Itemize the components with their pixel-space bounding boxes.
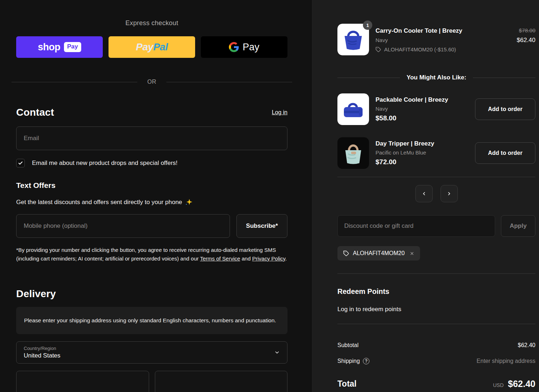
google-g-icon [229, 42, 239, 52]
carousel-next-button[interactable] [441, 185, 458, 202]
sms-disclaimer: *By providing your number and clicking t… [16, 246, 287, 263]
or-divider: OR [11, 79, 292, 85]
discount-code-row: Apply [337, 215, 535, 237]
tag-icon [343, 250, 349, 257]
redeem-points-section: Redeem Points Log in to redeem points [337, 287, 535, 313]
country-select[interactable]: Country/Region United States [16, 341, 287, 364]
login-link[interactable]: Log in [272, 109, 287, 116]
remove-discount-button[interactable] [410, 251, 414, 256]
gpay-label: Pay [243, 42, 259, 53]
subscribe-button[interactable]: Subscribe* [236, 214, 287, 238]
upsell-title: You Might Also Like: [400, 74, 473, 81]
upsell-item-image [337, 93, 369, 125]
add-to-order-button[interactable]: Add to order [475, 142, 535, 164]
total-row: Total USD $62.40 [337, 379, 535, 389]
first-name-field[interactable] [16, 371, 149, 392]
upsell-item-price: $58.00 [376, 114, 448, 122]
applied-discount-code: ALOHAFIT4MOM20 [353, 250, 405, 257]
divider [337, 324, 535, 324]
shop-pay-button[interactable]: shop Pay [16, 36, 103, 58]
shipping-value: Enter shipping address [476, 358, 535, 364]
cart-item-title: Carry-On Cooler Tote | Breezy [376, 27, 462, 34]
express-checkout-label: Express checkout [16, 19, 287, 27]
checkout-form-panel: Express checkout shop Pay PayPal Pay OR [0, 0, 311, 392]
divider [337, 273, 535, 274]
upsell-item-variant: Navy [376, 106, 448, 112]
close-icon [410, 251, 414, 256]
newsletter-checkbox[interactable] [16, 159, 25, 167]
totals-section: Subtotal $62.40 Shipping ? Enter shippin… [337, 342, 535, 389]
text-offers-section: Text Offers Get the latest discounts and… [16, 181, 287, 263]
cart-item-discount: ALOHAFIT4MOM20 (-$15.60) [384, 46, 456, 52]
cart-item-current-price: $62.40 [517, 37, 535, 44]
privacy-policy-link[interactable]: Privacy Policy [252, 255, 285, 262]
country-select-label: Country/Region [24, 346, 60, 351]
shipping-label: Shipping [337, 358, 360, 364]
country-select-value: United States [24, 352, 60, 359]
express-checkout-buttons: shop Pay PayPal Pay [16, 36, 287, 58]
total-label: Total [337, 379, 356, 389]
upsell-carousel-controls [337, 185, 535, 202]
last-name-field[interactable] [155, 371, 288, 392]
total-currency: USD [493, 382, 504, 388]
sms-disclaimer-period: . [285, 255, 287, 262]
google-pay-button[interactable]: Pay [201, 36, 287, 58]
shipping-row: Shipping ? Enter shipping address [337, 358, 535, 364]
sms-disclaimer-and: and [242, 255, 251, 262]
delivery-title: Delivery [16, 288, 287, 300]
tag-icon [376, 47, 381, 52]
sparkle-icon [185, 198, 193, 206]
phone-field[interactable] [16, 214, 230, 238]
upsell-item: Packable Cooler | Breezy Navy $58.00 Add… [337, 93, 535, 125]
redeem-points-title: Redeem Points [337, 287, 535, 296]
or-label: OR [137, 79, 166, 85]
upsell-item-title: Day Tripper | Breezy [376, 140, 434, 147]
checkmark-icon [18, 161, 23, 166]
total-value: $62.40 [508, 379, 535, 389]
redeem-points-subtitle: Log in to redeem points [337, 306, 535, 313]
quantity-badge: 1 [363, 20, 372, 30]
divider [337, 177, 535, 177]
delivery-section: Delivery Please enter your shipping addr… [16, 288, 287, 392]
terms-of-service-link[interactable]: Terms of Service [200, 255, 240, 262]
upsell-item-price: $72.00 [376, 158, 434, 166]
newsletter-label: Email me about new product drops and spe… [32, 160, 178, 167]
cart-item-variant: Navy [376, 37, 462, 43]
subtotal-value: $62.40 [518, 342, 535, 349]
cart-line-item: 1 Carry-On Cooler Tote | Breezy Navy ALO… [337, 24, 535, 55]
text-offers-subtitle: Get the latest discounts and offers sent… [16, 199, 182, 206]
shop-pay-logo: shop [38, 42, 60, 53]
newsletter-optin[interactable]: Email me about new product drops and spe… [16, 159, 287, 167]
shipping-help-icon[interactable]: ? [363, 358, 369, 364]
apply-discount-button[interactable]: Apply [501, 215, 535, 237]
discount-code-input[interactable] [337, 215, 495, 237]
paypal-button[interactable]: PayPal [109, 36, 195, 58]
name-fields-row [16, 371, 287, 392]
order-summary-panel: 1 Carry-On Cooler Tote | Breezy Navy ALO… [311, 0, 539, 392]
cart-item-original-price: $78.00 [517, 27, 535, 33]
upsell-item: Day Tripper | Breezy Pacific on LeMu Blu… [337, 137, 535, 169]
chevron-left-icon [421, 191, 427, 196]
chevron-down-icon [274, 350, 280, 355]
upsell-item-variant: Pacific on LeMu Blue [376, 149, 434, 156]
subtotal-label: Subtotal [337, 342, 359, 349]
carousel-prev-button[interactable] [415, 185, 433, 202]
paypal-logo: PayPal [136, 41, 168, 53]
subtotal-row: Subtotal $62.40 [337, 342, 535, 349]
chevron-right-icon [447, 191, 452, 196]
contact-section: Contact Log in Email me about new produc… [16, 107, 287, 167]
applied-discount-chip: ALOHAFIT4MOM20 [337, 246, 420, 260]
shop-pay-badge: Pay [64, 42, 81, 52]
upsell-item-title: Packable Cooler | Breezy [376, 96, 448, 103]
upsell-header: You Might Also Like: [337, 74, 535, 81]
add-to-order-button[interactable]: Add to order [475, 98, 535, 120]
text-offers-title: Text Offers [16, 181, 287, 190]
upsell-item-image [337, 137, 369, 169]
shipping-address-notice: Please enter your shipping address using… [16, 307, 287, 334]
email-field[interactable] [16, 126, 287, 150]
contact-title: Contact [16, 107, 54, 118]
